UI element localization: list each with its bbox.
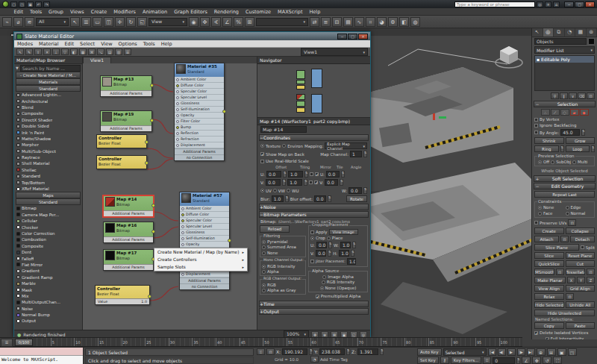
copy-button[interactable]: Copy xyxy=(534,322,564,329)
edge-mode-icon[interactable]: ⟋ xyxy=(551,109,560,116)
input-socket[interactable] xyxy=(176,114,179,117)
menu-item[interactable]: MAXScript xyxy=(275,8,306,16)
slice-plane-button[interactable]: Slice Plane xyxy=(534,244,579,251)
material-slot[interactable]: Specular Color xyxy=(175,89,224,95)
output-rollout-header[interactable]: +Output xyxy=(259,308,369,315)
preview-multi-radio[interactable]: Multi xyxy=(572,160,587,164)
browser-map-item[interactable]: Camera Map Per... xyxy=(14,212,82,218)
input-socket[interactable] xyxy=(181,237,184,240)
play-icon[interactable]: ▶ xyxy=(507,348,516,356)
summed-area-radio[interactable]: Summed Area xyxy=(262,245,296,249)
v-tile-checkbox[interactable]: ✓ xyxy=(314,181,318,184)
full-interactivity-checkbox[interactable]: ✓Full Interactivity xyxy=(546,336,584,339)
angle-spinner[interactable]: ⇅ xyxy=(581,129,585,136)
show-map-on-back-checkbox[interactable]: ✓Show Map on Back xyxy=(260,152,319,157)
relax-settings-icon[interactable]: ⊡ xyxy=(566,293,574,300)
planar-z-button[interactable]: Z xyxy=(587,277,595,283)
u-tile-checkbox[interactable]: ✓ xyxy=(315,172,319,176)
none-opaque-radio[interactable]: None (Opaque) xyxy=(320,286,357,290)
u-offset-field[interactable]: 0.0 xyxy=(266,171,281,178)
node-controller3[interactable]: ControllerBezier Float Value1.0 xyxy=(95,285,150,305)
hide-selected-button[interactable]: Hide Selected xyxy=(534,301,564,308)
v-offset-field[interactable]: 0.0 xyxy=(266,179,281,186)
search-dropdown-icon[interactable]: ▼ xyxy=(16,66,19,70)
slate-menu-item[interactable]: Modes xyxy=(14,41,36,47)
layer-manager-icon[interactable]: ⊟ xyxy=(332,17,342,27)
view1-tab[interactable]: View1 xyxy=(83,57,111,63)
input-socket[interactable] xyxy=(176,120,179,123)
material-slot[interactable]: Glossiness xyxy=(175,101,224,107)
assign-material-icon[interactable]: ✎ xyxy=(25,48,33,55)
attach-button[interactable]: Attach xyxy=(534,236,559,242)
navigator-header[interactable]: Navigator xyxy=(257,57,370,64)
vertex-mode-icon[interactable]: ∴ xyxy=(541,109,550,116)
input-socket[interactable] xyxy=(181,213,184,216)
input-socket[interactable] xyxy=(176,84,179,87)
layout-all-icon[interactable]: ⌘ xyxy=(88,48,96,55)
motion-tab-icon[interactable]: ◔ xyxy=(565,28,576,37)
cut-button[interactable]: Cut xyxy=(566,260,596,267)
context-menu-item[interactable]: Create Controllers▸ xyxy=(154,256,247,263)
bitmap-parameters-rollout-header[interactable]: −Bitmap Parameters xyxy=(259,211,369,218)
msmooth-button[interactable]: MSmooth xyxy=(534,269,554,275)
show-shaded-icon[interactable]: ◧ xyxy=(70,48,78,55)
hierarchy-tab-icon[interactable]: ⧉ xyxy=(554,28,565,37)
additional-params-strip[interactable]: Additional Params xyxy=(175,148,224,154)
material-slot[interactable]: Displacement xyxy=(180,272,229,277)
input-socket[interactable] xyxy=(181,231,184,234)
help-home-icon[interactable]: ⌂ xyxy=(553,1,560,7)
node-material35[interactable]: Material #35Standard Ambient ColorDiffus… xyxy=(174,63,225,161)
map-channel-spinner[interactable]: ⇅ xyxy=(363,151,367,157)
use-pivot-center-icon[interactable]: ◉ xyxy=(189,17,199,27)
v-tiling-spinner[interactable]: ⇅ xyxy=(304,179,307,186)
slate-titlebar[interactable]: Slate Material Editor − □ ✕ xyxy=(14,32,370,40)
coordinates-rollout-header[interactable]: −Coordinates xyxy=(259,134,369,141)
material-slot[interactable]: Diffuse Color xyxy=(175,83,224,89)
browser-material-item[interactable]: Matte/Shadow xyxy=(14,136,82,142)
constraint-edge-radio[interactable]: Edge xyxy=(566,205,592,210)
zoom-extents-viewport-icon[interactable]: ▣ xyxy=(557,348,566,356)
zoom-extents-all-icon[interactable]: ◳ xyxy=(568,348,577,356)
selection-filter-dropdown[interactable]: All▾ xyxy=(36,18,69,26)
material-slot[interactable]: Bump xyxy=(175,125,224,131)
select-object-icon[interactable]: ↖ xyxy=(70,17,80,27)
material-slot[interactable]: Refraction xyxy=(175,136,224,142)
menu-item[interactable]: Tools xyxy=(27,8,46,16)
time-rollout-header[interactable]: +Time xyxy=(259,301,369,307)
material-slot[interactable]: Self-Illumination xyxy=(175,107,224,113)
alpha-rgb-intensity-radio[interactable]: RGB Intensity xyxy=(322,280,355,284)
output-socket[interactable] xyxy=(145,140,149,144)
crop-v-field[interactable]: 0.0 xyxy=(316,250,326,257)
graphite-ribbon-icon[interactable]: ▤ xyxy=(343,17,353,27)
z-coordinate-field[interactable]: 1.391 xyxy=(357,348,378,355)
select-by-name-icon[interactable]: ☰ xyxy=(81,17,91,27)
slate-menu-item[interactable]: Options xyxy=(116,41,140,47)
output-socket[interactable] xyxy=(151,204,155,207)
planar-y-button[interactable]: Y xyxy=(577,277,585,283)
browser-map-item[interactable]: Noise xyxy=(14,306,82,312)
browser-group-standard2[interactable]: Standard xyxy=(16,198,81,205)
output-socket[interactable] xyxy=(150,84,154,87)
browser-material-item[interactable]: Standard xyxy=(14,173,82,179)
utilities-tab-icon[interactable]: ⊛ xyxy=(587,28,597,37)
key-mode-toggle-icon[interactable]: ⚿ xyxy=(483,357,491,364)
browser-map-item[interactable]: Cellular xyxy=(14,218,82,224)
go-to-end-icon[interactable]: ▶| xyxy=(527,348,535,356)
modify-tab-icon[interactable]: ◎ xyxy=(543,28,554,37)
environ-radio[interactable]: Environ xyxy=(282,144,303,148)
msmooth-settings-icon[interactable]: ⊡ xyxy=(556,269,564,275)
slate-menu-item[interactable]: Select xyxy=(77,41,98,47)
crop-radio[interactable]: Crop xyxy=(310,236,325,240)
object-name-field[interactable]: Objects xyxy=(534,38,587,45)
browser-map-item[interactable]: Flat Mirror xyxy=(14,262,82,268)
fov-icon[interactable]: ∠ xyxy=(522,357,531,364)
v-angle-spinner[interactable]: ⇅ xyxy=(340,179,343,186)
hide-unused-slots-icon[interactable]: ▽ xyxy=(61,48,69,55)
constraint-face-radio[interactable]: Face xyxy=(538,211,564,216)
render-setup-icon[interactable]: ⚙ xyxy=(388,17,398,27)
menu-item[interactable]: Create xyxy=(87,8,110,16)
window-crossing-icon[interactable]: ◫ xyxy=(104,17,113,27)
soft-selection-rollout-header[interactable]: +Soft Selection xyxy=(534,175,596,182)
open-file-icon[interactable]: ◳ xyxy=(19,1,25,7)
w-angle-spinner[interactable]: ⇅ xyxy=(363,187,367,194)
